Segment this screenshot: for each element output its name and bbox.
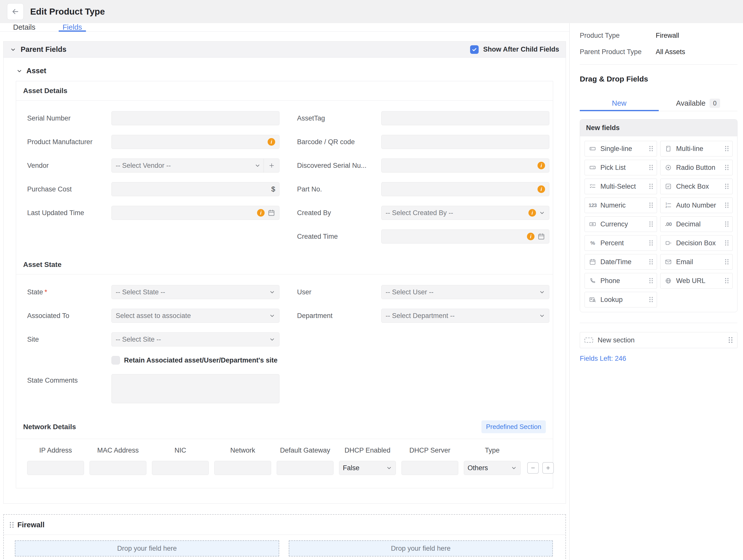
discovered-serial-label: Discovered Serial Nu...: [279, 162, 381, 170]
fields-left-counter: Fields Left: 246: [580, 355, 738, 362]
vendor-select[interactable]: -- Select Vendor --: [112, 159, 279, 173]
vendor-select-value: -- Select Vendor --: [116, 162, 252, 170]
drag-handle-icon[interactable]: [649, 203, 653, 208]
department-select[interactable]: -- Select Department --: [381, 309, 549, 323]
calendar-icon[interactable]: [268, 209, 275, 217]
drag-handle-icon[interactable]: [725, 240, 729, 246]
info-icon[interactable]: i: [268, 138, 275, 146]
chevron-down-icon: [269, 289, 275, 295]
drag-handle-icon[interactable]: [649, 240, 653, 246]
purchase-cost-input[interactable]: [116, 182, 268, 196]
field-type-decimal[interactable]: .00 Decimal: [660, 216, 733, 232]
drag-handle-icon[interactable]: [649, 259, 653, 265]
type-select[interactable]: Others: [464, 461, 521, 475]
field-type-lookup[interactable]: Lookup: [584, 292, 657, 307]
field-type-radio-button[interactable]: Radio Button: [660, 160, 733, 175]
field-type-date-time[interactable]: Date/Time: [584, 254, 657, 270]
associated-to-select[interactable]: Select asset to associate: [112, 309, 279, 323]
calendar-icon[interactable]: [537, 233, 545, 240]
serial-number-input[interactable]: [116, 112, 275, 125]
currency-suffix: $: [271, 185, 275, 193]
drop-zone[interactable]: Drop your field here: [289, 541, 553, 557]
part-no-input[interactable]: [386, 182, 534, 196]
created-time-input[interactable]: [386, 230, 524, 243]
last-updated-input[interactable]: [116, 206, 254, 220]
asset-tag-input[interactable]: [386, 112, 545, 125]
show-after-child-fields-checkbox[interactable]: [470, 45, 479, 54]
field-type-numeric[interactable]: 123 Numeric: [584, 198, 657, 213]
field-type-phone[interactable]: Phone: [584, 273, 657, 289]
chevron-down-icon[interactable]: [10, 47, 16, 53]
dhcp-server-input[interactable]: [405, 461, 454, 475]
ip-address-input[interactable]: [31, 461, 80, 475]
drag-handle-icon[interactable]: [725, 221, 729, 227]
product-manufacturer-input[interactable]: [116, 135, 265, 149]
drop-zone[interactable]: Drop your field here: [15, 541, 279, 557]
barcode-input[interactable]: [386, 135, 545, 149]
drag-handle-icon[interactable]: [729, 337, 733, 343]
mac-address-input[interactable]: [93, 461, 143, 475]
field-type-single-line[interactable]: Single-line: [584, 141, 657, 157]
remove-network-row-button[interactable]: [527, 462, 539, 474]
tab-details[interactable]: Details: [11, 23, 37, 32]
info-icon[interactable]: i: [527, 233, 534, 240]
numeric-icon: 123: [589, 202, 596, 208]
add-network-row-button[interactable]: [542, 462, 554, 474]
drag-handle-icon[interactable]: [725, 184, 729, 189]
user-select[interactable]: -- Select User --: [381, 285, 549, 299]
drag-handle-icon[interactable]: [649, 278, 653, 284]
info-icon[interactable]: i: [257, 209, 265, 217]
tab-new[interactable]: New: [580, 95, 659, 111]
drag-handle-icon[interactable]: [10, 522, 14, 528]
drag-handle-icon[interactable]: [725, 203, 729, 208]
drag-handle-icon[interactable]: [649, 165, 653, 170]
drag-handle-icon[interactable]: [649, 297, 653, 302]
state-select[interactable]: -- Select State --: [112, 285, 279, 299]
drag-handle-icon[interactable]: [725, 278, 729, 284]
drag-handle-icon[interactable]: [725, 259, 729, 265]
dhcp-enabled-value: False: [343, 464, 359, 472]
field-type-multi-line[interactable]: Multi-line: [660, 141, 733, 157]
multi-line-icon: [664, 145, 672, 152]
network-input[interactable]: [218, 461, 267, 475]
arrow-left-icon: [11, 7, 19, 16]
info-icon[interactable]: i: [528, 209, 536, 217]
vendor-label: Vendor: [27, 162, 112, 170]
chevron-down-icon[interactable]: [16, 68, 23, 74]
info-icon[interactable]: i: [537, 162, 545, 169]
site-select[interactable]: -- Select Site --: [112, 332, 279, 346]
state-label: State*: [27, 288, 112, 296]
field-type-percent[interactable]: % Percent: [584, 235, 657, 251]
field-type-check-box[interactable]: Check Box: [660, 179, 733, 194]
drag-handle-icon[interactable]: [649, 146, 653, 152]
field-type-auto-number[interactable]: 12 Auto Number: [660, 198, 733, 213]
drag-handle-icon[interactable]: [725, 165, 729, 170]
drag-handle-icon[interactable]: [649, 221, 653, 227]
default-gateway-input[interactable]: [280, 461, 330, 475]
dhcp-enabled-select[interactable]: False: [339, 461, 396, 475]
field-type-decision-box[interactable]: Decision Box: [660, 235, 733, 251]
field-type-web-url[interactable]: Web URL: [660, 273, 733, 289]
add-vendor-button[interactable]: [264, 159, 279, 172]
field-type-pick-list[interactable]: Pick List: [584, 160, 657, 175]
nic-input[interactable]: [156, 461, 205, 475]
drag-handle-icon[interactable]: [725, 146, 729, 152]
discovered-serial-input[interactable]: [386, 159, 534, 172]
field-type-email[interactable]: Email: [660, 254, 733, 270]
back-button[interactable]: [7, 3, 24, 20]
decimal-icon: .00: [664, 221, 672, 227]
tab-fields[interactable]: Fields: [61, 23, 84, 32]
retain-site-checkbox[interactable]: [112, 356, 120, 364]
radio-button-icon: [664, 164, 672, 171]
tab-available[interactable]: Available 0: [659, 95, 738, 111]
drag-handle-icon[interactable]: [649, 184, 653, 189]
firewall-section-header: Firewall: [4, 515, 565, 535]
field-type-currency[interactable]: Currency: [584, 216, 657, 232]
created-by-select[interactable]: -- Select Created By -- i: [381, 206, 549, 220]
state-comments-field[interactable]: [112, 374, 279, 403]
field-type-multi-select[interactable]: Multi-Select: [584, 179, 657, 194]
asset-group-header: Asset: [16, 64, 553, 81]
new-section-chip[interactable]: New section: [580, 332, 738, 348]
info-icon[interactable]: i: [537, 185, 545, 193]
page-title: Edit Product Type: [30, 6, 105, 16]
